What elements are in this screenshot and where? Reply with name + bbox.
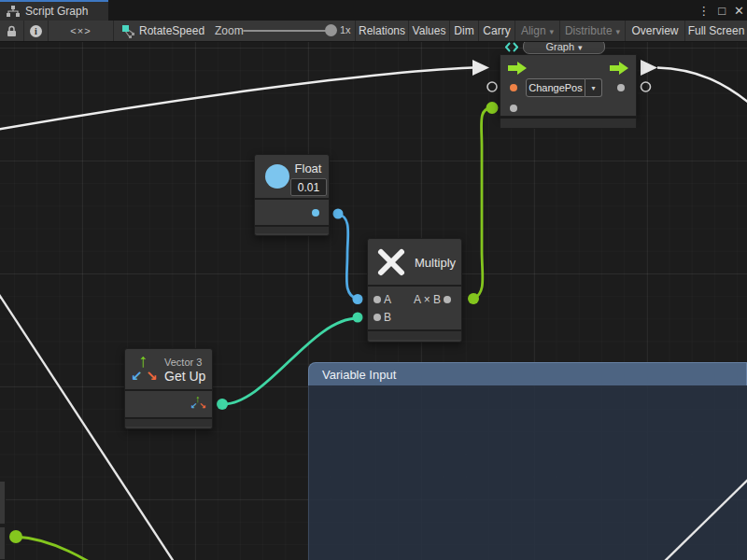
vector3-icon: ↑ ↙ ↘ (130, 351, 163, 386)
graph-value-port-bottom[interactable] (510, 105, 517, 112)
vector-footer (125, 417, 212, 427)
vector3-icon-up: ↑ (138, 351, 148, 370)
info-button[interactable]: i (24, 21, 49, 41)
dim-button[interactable]: Dim (450, 21, 479, 41)
offscreen-node-fragment-footer[interactable] (0, 526, 6, 560)
overview-button[interactable]: Overview (626, 21, 685, 41)
multiply-port-b-label: B (384, 311, 391, 324)
multiply-port-a[interactable] (374, 296, 381, 303)
lock-button[interactable] (0, 21, 24, 41)
dim-label: Dim (454, 24, 473, 37)
node-vector3-get-up[interactable]: ↑ ↙ ↘ Vector 3 Get Up ↑ ↙ ↘ (124, 348, 213, 429)
group-title: Variable Input (322, 368, 396, 382)
float-icon (265, 164, 289, 189)
chevron-down-icon: ▾ (616, 27, 621, 36)
tab-bar: Script Graph ⋮ □ ✕ (0, 0, 747, 21)
group-header[interactable]: Variable Input (308, 362, 747, 385)
variable-dropdown[interactable]: ChangePos (526, 78, 585, 97)
float-title: Float (289, 161, 327, 175)
multiply-port-a-label: A (384, 293, 391, 306)
graph-unit-footer (500, 117, 637, 129)
vector-type-label: Vector 3 (164, 357, 202, 368)
full-screen-label: Full Screen (688, 24, 745, 37)
full-screen-button[interactable]: Full Screen (685, 21, 747, 41)
tab-title: Script Graph (25, 5, 88, 18)
code-icon: <×> (70, 25, 91, 36)
carry-button[interactable]: Carry (479, 21, 515, 41)
vector-ports: ↑ ↙ ↘ (125, 389, 212, 417)
unity-visual-scripting-window: Variable Input (0, 0, 747, 560)
multiply-port-out[interactable] (444, 296, 451, 303)
float-value-input[interactable] (290, 178, 327, 196)
vector3-icon-down-right: ↘ (146, 369, 158, 383)
zoom-value: 1x (340, 24, 351, 35)
info-icon: i (30, 25, 42, 37)
chevron-down-icon: ▾ (578, 43, 583, 52)
carry-label: Carry (483, 24, 510, 37)
maximize-icon[interactable]: □ (718, 5, 726, 17)
multiply-port-b[interactable] (374, 314, 381, 321)
zoom-slider-handle[interactable] (325, 24, 337, 36)
multiply-ports: A A × B B (368, 285, 461, 329)
tab-script-graph[interactable]: Script Graph (0, 0, 108, 21)
graph-value-port-right[interactable] (617, 84, 625, 91)
align-button[interactable]: Align ▾ (515, 21, 560, 41)
variable-dropdown-label: ChangePos (529, 82, 583, 93)
values-label: Values (413, 24, 446, 37)
distribute-label: Distribute (565, 24, 613, 37)
float-ports (255, 198, 329, 225)
float-header: Float (255, 155, 329, 198)
vector3-mini-down-left: ↙ (190, 402, 198, 411)
node-multiply[interactable]: Multiply A A × B B (367, 238, 462, 343)
lock-icon (7, 25, 17, 37)
multiply-footer (368, 329, 461, 340)
float-footer (255, 225, 329, 233)
close-icon[interactable]: ✕ (734, 5, 744, 17)
float-output-port[interactable] (312, 209, 319, 217)
window-controls: ⋮ □ ✕ (698, 0, 744, 21)
variable-dropdown-arrow[interactable]: ▾ (585, 78, 602, 97)
flow-out-port-icon[interactable] (610, 62, 628, 75)
vector-header: ↑ ↙ ↘ Vector 3 Get Up (125, 349, 212, 389)
multiply-port-out-label: A × B (414, 293, 441, 306)
graph-unit-body[interactable]: ChangePos ▾ (500, 54, 637, 117)
overview-label: Overview (631, 24, 678, 37)
zoom-slider[interactable] (243, 30, 329, 32)
graph-value-port-orange[interactable] (510, 84, 517, 91)
node-graph-unit[interactable]: Graph ▾ ChangePos ▾ (500, 39, 637, 129)
multiply-title: Multiply (415, 256, 456, 270)
chevron-down-icon: ▾ (591, 84, 595, 92)
relations-button[interactable]: Relations (356, 21, 409, 41)
offscreen-node-fragment[interactable] (0, 481, 6, 525)
multiply-icon (375, 246, 407, 278)
flow-in-port-icon[interactable] (508, 62, 527, 75)
group-body[interactable] (308, 385, 747, 560)
vector-title: Get Up (164, 369, 205, 384)
node-float[interactable]: Float (254, 154, 330, 236)
relations-label: Relations (359, 24, 405, 37)
zoom-label: Zoom (215, 24, 244, 37)
graph-reference[interactable]: RotateSpeed (139, 24, 204, 37)
chevron-down-icon: ▾ (550, 27, 555, 36)
vector3-output-port[interactable]: ↑ ↙ ↘ (190, 394, 210, 414)
code-view-button[interactable]: <×> (49, 21, 114, 41)
script-graph-icon (505, 41, 518, 53)
group-region-variable-input[interactable]: Variable Input (308, 362, 747, 560)
menu-icon[interactable]: ⋮ (698, 5, 710, 17)
multiply-header: Multiply (368, 239, 461, 285)
graph-toolbar: i <×> RotateSpeed Zoom 1x Relations Valu… (0, 21, 747, 42)
align-label: Align (521, 24, 546, 37)
toolbar-graph-section: RotateSpeed Zoom 1x (114, 21, 356, 41)
distribute-button[interactable]: Distribute ▾ (560, 21, 626, 41)
graph-asset-icon (121, 24, 136, 39)
graph-dropdown-label: Graph (545, 41, 574, 52)
values-button[interactable]: Values (409, 21, 450, 41)
vector3-icon-down-left: ↙ (131, 369, 143, 383)
graph-hierarchy-icon (7, 6, 20, 17)
vector3-mini-down-right: ↘ (199, 402, 206, 411)
